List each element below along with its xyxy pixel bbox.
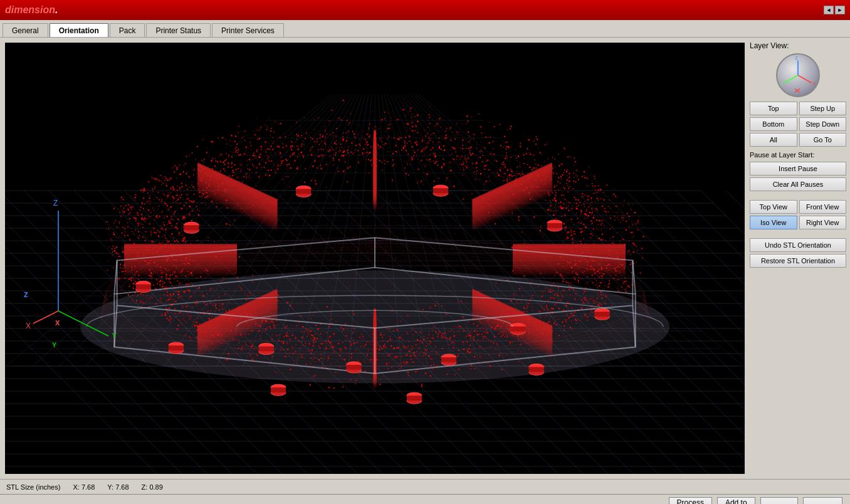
separator2	[750, 231, 846, 236]
separator1	[750, 193, 846, 198]
logo-text: dimension	[5, 4, 55, 15]
x-value: X: 7.68	[73, 483, 95, 491]
tab-bar: General Orientation Pack Printer Status …	[0, 20, 850, 38]
insert-pause-btn[interactable]: Insert Pause	[750, 162, 846, 176]
top-btn[interactable]: Top	[750, 102, 797, 115]
next-window-btn[interactable]: ►	[835, 6, 845, 14]
svg-text:X: X	[813, 81, 816, 87]
main-area: Z Y X Layer View: X Y Z To	[0, 38, 850, 479]
restore-stl-btn[interactable]: Restore STL Orientation	[750, 254, 846, 268]
title-bar: dimension. ◄ ►	[0, 0, 850, 20]
3d-viewport[interactable]: Z Y X	[5, 43, 745, 474]
window-controls[interactable]: ◄ ►	[824, 6, 845, 14]
orientation-compass: X Y Z	[776, 53, 820, 97]
z-value: Z: 0.89	[142, 483, 163, 491]
app-logo: dimension.	[5, 4, 58, 16]
y-value: Y: 7.68	[107, 483, 129, 491]
layer-btn-row3: All Go To	[750, 133, 846, 147]
svg-text:Z: Z	[795, 55, 798, 61]
front-view-btn[interactable]: Front View	[799, 200, 847, 214]
undo-stl-btn[interactable]: Undo STL Orientation	[750, 238, 846, 252]
stl-size-label: STL Size (inches)	[6, 483, 60, 491]
tab-general[interactable]: General	[3, 23, 48, 37]
tab-orientation[interactable]: Orientation	[50, 23, 108, 37]
right-view-btn[interactable]: Right View	[799, 216, 847, 229]
right-panel: Layer View: X Y Z Top Step Up	[750, 38, 850, 479]
svg-text:Y: Y	[780, 81, 784, 87]
process-stl-btn[interactable]: Process STL	[669, 497, 712, 505]
compass-svg: X Y Z	[777, 55, 819, 96]
pause-label: Pause at Layer Start:	[750, 151, 846, 159]
tab-pack[interactable]: Pack	[110, 23, 145, 37]
y-axis-label: Y	[52, 341, 56, 349]
tab-printer-services[interactable]: Printer Services	[212, 23, 284, 37]
view-btn-row2: Iso View Right View	[750, 216, 846, 229]
add-to-pack-btn[interactable]: Add to Pack	[717, 497, 755, 505]
grid-canvas	[5, 43, 745, 474]
print-btn[interactable]: Print	[760, 497, 798, 505]
all-btn[interactable]: All	[750, 133, 797, 147]
clear-all-pauses-btn[interactable]: Clear All Pauses	[750, 177, 846, 191]
top-view-btn[interactable]: Top View	[750, 200, 797, 214]
prev-window-btn[interactable]: ◄	[824, 6, 834, 14]
layer-btn-row1: Top Step Up	[750, 102, 846, 115]
iso-view-btn[interactable]: Iso View	[750, 216, 797, 229]
x-axis-label: X	[55, 319, 60, 327]
step-up-btn[interactable]: Step Up	[799, 102, 847, 115]
z-axis-label: Z	[24, 291, 28, 298]
layer-view-label: Layer View:	[750, 41, 846, 50]
view-btn-row1: Top View Front View	[750, 200, 846, 214]
svg-line-0	[798, 75, 812, 83]
tab-printer-status[interactable]: Printer Status	[146, 23, 211, 37]
layer-btn-row2: Bottom Step Down	[750, 117, 846, 131]
svg-line-2	[784, 75, 798, 83]
action-bar: Process STL Add to Pack Print Cancel	[0, 494, 850, 504]
bottom-btn[interactable]: Bottom	[750, 117, 797, 131]
step-down-btn[interactable]: Step Down	[799, 117, 847, 131]
go-to-btn[interactable]: Go To	[799, 133, 847, 147]
cancel-btn[interactable]: Cancel	[803, 497, 842, 505]
status-bar: STL Size (inches) X: 7.68 Y: 7.68 Z: 0.8…	[0, 479, 850, 494]
